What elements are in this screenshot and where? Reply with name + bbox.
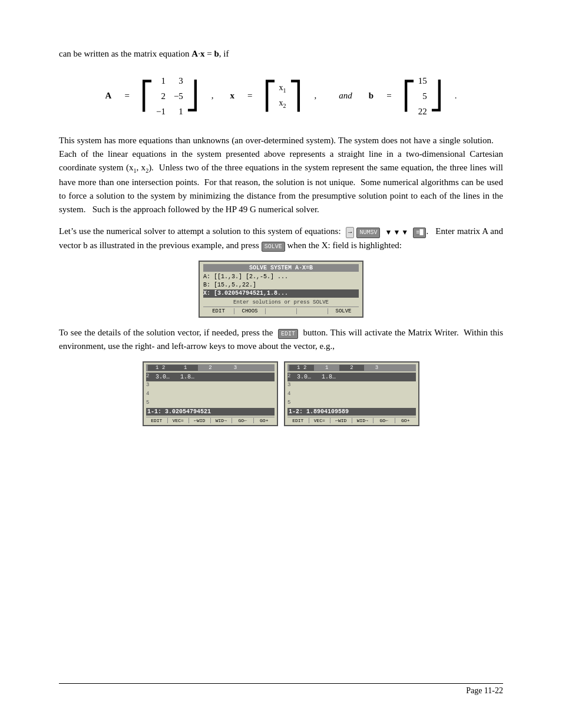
screen-footer: Enter solutions or press SOLVE (203, 299, 359, 305)
ms-idx-1-r1: 2 (146, 373, 156, 381)
footer-line (59, 683, 503, 684)
screen-title: SOLVE SYSTEM A·X=B (203, 264, 359, 272)
ms-h-end (248, 365, 273, 371)
a-r3c1: −1 (156, 104, 166, 118)
body-paragraph-3: To see the details of the solution vecto… (59, 326, 503, 354)
a-r2c2: −5 (174, 89, 183, 103)
screen-line-x: X: [3.02054794521,1.8... (203, 289, 359, 298)
matrix-screen-1: 1 2 1 2 3 2 3.0… 1.8… 3 4 (143, 361, 278, 426)
ms-val-line-2: 1-2: 1.8904109589 (287, 408, 416, 416)
ms-h2-end (389, 365, 414, 371)
page-number: Page 11-22 (466, 686, 503, 696)
ms-h-col0: 1 2 (148, 365, 173, 371)
a-r1c1: 1 (156, 74, 166, 88)
ms-h-col1: 1 (173, 365, 197, 371)
ms-h2-col2: 2 (339, 365, 364, 371)
btn-empty1 (266, 308, 297, 314)
ms-buttons-1: EDIT VEC= ←WID WID→ GO← GO+ (146, 417, 275, 423)
ms-btn-edit-2: EDIT (287, 418, 309, 423)
matrix-x-label: x (230, 91, 235, 101)
bracket-right-b: ⎦ (429, 83, 443, 110)
x-r1: x1 (279, 81, 286, 95)
ms-btn-vec-1: VEC= (168, 418, 190, 423)
ms-btn-rwid-2: WID→ (352, 418, 374, 423)
matrix-a: ⎡ 1 3 2 −5 −1 1 ⎦ (140, 73, 199, 120)
ms-row-2-r3: 4 (287, 390, 416, 399)
ms-btn-go+-2: GO+ (395, 418, 416, 423)
ms-btn-gol-1: GO← (232, 418, 254, 423)
ms-h-col3: 3 (223, 365, 247, 371)
calc-screen: SOLVE SYSTEM A·X=B A: [[1.,3.] [2.,-5.] … (199, 261, 363, 318)
ms-btn-rwid-1: WID→ (211, 418, 233, 423)
ms-header-2: 1 2 1 2 3 (287, 364, 416, 371)
page: can be written as the matrix equation A·… (0, 0, 562, 728)
ms-btn-lwid-2: ←WID (330, 418, 352, 423)
down-arrow-2: ▼ (393, 227, 400, 238)
edit-key: EDIT (278, 329, 298, 340)
btn-edit: EDIT (203, 308, 234, 314)
ms-idx-2-r2: 3 (287, 381, 297, 390)
intro-line: can be written as the matrix equation A·… (59, 47, 503, 61)
equals-sign-b: = (386, 91, 391, 101)
ms-idx-1-r4: 5 (146, 399, 156, 408)
ms-header-1: 1 2 1 2 3 (146, 364, 275, 371)
body-paragraph-1: This system has more equations than unkn… (59, 134, 503, 217)
btn-choos: CHOOS (234, 308, 266, 314)
ms-val-2-r1: 3.0… 1.8… (297, 373, 336, 381)
equals-sign: = (124, 91, 129, 101)
ms-val-2-r4 (297, 399, 300, 408)
ms-btn-lwid-1: ←WID (189, 418, 211, 423)
ms-btn-gol-2: GO← (373, 418, 395, 423)
matrix-b-label: b (369, 91, 373, 101)
ms-h2-col3: 3 (364, 365, 389, 371)
ms-row-2-r1: 2 3.0… 1.8… (287, 373, 416, 381)
ms-idx-2-r1: 2 (287, 373, 297, 381)
b-r3: 22 (418, 104, 427, 118)
bracket-right-x: ⎤ (289, 83, 302, 110)
ms-btn-go+-1: GO+ (254, 418, 275, 423)
ms-val-line-1: 1-1: 3.02054794521 (146, 408, 275, 416)
ms-val-2-r3 (297, 390, 300, 399)
bracket-left-x: ⎡ (263, 83, 277, 110)
ms-row-2-r4: 5 (287, 399, 416, 408)
ms-h-col2: 2 (198, 365, 223, 371)
and-text: and (339, 91, 352, 101)
comma-2: , (315, 91, 317, 101)
ms-val-1-r2 (156, 381, 159, 390)
bracket-left-b: ⎡ (402, 83, 416, 110)
btn-empty2 (297, 308, 328, 314)
right-shift-key: → (346, 227, 355, 238)
screen-buttons: EDIT CHOOS SOLVE (203, 307, 359, 314)
main-content: can be written as the matrix equation A·… (59, 47, 503, 426)
comma-1: , (211, 91, 214, 101)
matrix-b-values: 15 5 22 (416, 73, 429, 120)
equals-sign-x: = (247, 91, 252, 101)
ms-row-1-r1: 2 3.0… 1.8… (146, 373, 275, 381)
matrix-a-values: 1 3 2 −5 −1 1 (154, 73, 186, 120)
bracket-left-a: ⎡ (140, 83, 154, 110)
matrix-x: ⎡ x1 x2 ⎤ (263, 80, 302, 112)
body-paragraph-2: Let’s use the numerical solver to attemp… (59, 225, 503, 252)
btn-solve: SOLVE (328, 308, 359, 314)
solve-key-inline: SOLVE (262, 242, 285, 252)
b-r2: 5 (418, 89, 427, 103)
ms-idx-2-r3: 4 (287, 390, 297, 399)
b-r1: 15 (418, 74, 427, 88)
a-r1c2: 3 (174, 74, 183, 88)
matrix-screens: 1 2 1 2 3 2 3.0… 1.8… 3 4 (59, 361, 503, 426)
ms-idx-1-r3: 4 (146, 390, 156, 399)
ms-buttons-2: EDIT VEC= ←WID WID→ GO← GO+ (287, 417, 416, 423)
ms-row-1-r3: 4 (146, 390, 275, 399)
matrix-b: ⎡ 15 5 22 ⎦ (402, 73, 443, 120)
a-r2c1: 2 (156, 89, 166, 103)
ms-h2-col0: 1 2 (289, 365, 314, 371)
matrix-a-label: A (105, 91, 112, 101)
x-r2: x2 (279, 97, 286, 111)
ms-idx-2-r4: 5 (287, 399, 297, 408)
ms-val-2-r2 (297, 381, 300, 390)
matrix-x-values: x1 x2 (277, 80, 289, 112)
numsv-key: NUMSV (356, 228, 380, 238)
ms-idx-1-r2: 3 (146, 381, 156, 390)
ms-val-1-r1: 3.0… 1.8… (156, 373, 194, 381)
math-block: A = ⎡ 1 3 2 −5 −1 1 ⎦ , x = ⎡ (59, 73, 503, 120)
